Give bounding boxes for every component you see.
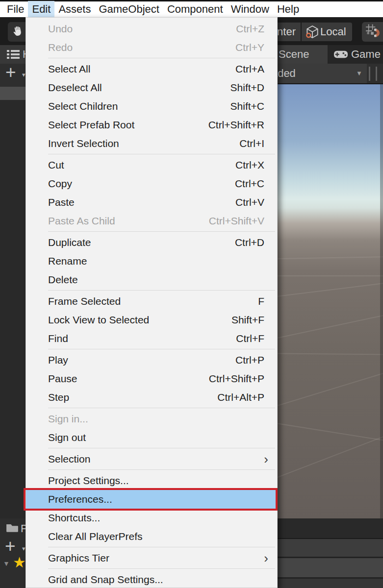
menu-item-shortcut: Ctrl+D (235, 237, 264, 248)
menu-item-shortcut: Ctrl+C (235, 178, 264, 190)
menu-separator (48, 448, 275, 448)
hierarchy-list-icon (7, 49, 21, 60)
menu-item-undo: UndoCtrl+Z (26, 20, 277, 38)
menu-item-label: Paste (48, 196, 75, 208)
menu-separator (48, 231, 275, 232)
menu-item-shortcut: Ctrl+P (235, 354, 264, 366)
menu-item-label: Delete (48, 274, 78, 286)
menu-item-label: Rename (48, 255, 87, 267)
hierarchy-header-row[interactable] (0, 87, 28, 100)
menu-item-shortcut: Ctrl+I (239, 138, 264, 149)
menu-item-label: Select Prefab Root (48, 119, 134, 131)
menu-item-label: Play (48, 354, 68, 366)
menu-item-duplicate[interactable]: DuplicateCtrl+D (26, 233, 277, 252)
menu-item-rename[interactable]: Rename (26, 252, 277, 270)
menu-item-label: Sign out (48, 432, 86, 443)
menu-item-shortcut: Ctrl+Alt+P (217, 392, 264, 403)
menu-item-selection[interactable]: Selection› (26, 450, 277, 468)
chevron-down-icon[interactable]: ▾ (22, 71, 26, 78)
menu-item-cut[interactable]: CutCtrl+X (26, 156, 277, 174)
scene-tab-label: Scene (279, 48, 309, 61)
menu-item-sign-in: Sign in... (26, 410, 277, 428)
menu-item-label: Graphics Tier (48, 552, 109, 564)
menu-item-label: Select Children (48, 100, 118, 112)
menu-item-copy[interactable]: CopyCtrl+C (26, 174, 277, 193)
menu-separator (48, 154, 275, 154)
menubar-item-gameobject[interactable]: GameObject (95, 1, 163, 18)
menu-separator (48, 469, 275, 470)
menu-item-sign-out[interactable]: Sign out (26, 428, 277, 447)
submenu-chevron-icon: › (264, 454, 268, 464)
menu-item-label: Selection (48, 453, 90, 465)
menu-item-shortcut: Ctrl+A (235, 63, 264, 75)
hierarchy-add-button[interactable]: + (5, 62, 16, 83)
menu-item-label: Duplicate (48, 237, 91, 248)
menu-item-label: Shortcuts... (48, 512, 100, 524)
menu-item-label: Cut (48, 159, 64, 171)
menubar-item-assets[interactable]: Assets (54, 1, 95, 18)
menu-item-shortcuts[interactable]: Shortcuts... (26, 509, 277, 527)
menu-separator (48, 58, 275, 58)
menu-item-paste[interactable]: PasteCtrl+V (26, 193, 277, 212)
menu-item-graphics-tier[interactable]: Graphics Tier› (26, 549, 277, 567)
menu-item-find[interactable]: FindCtrl+F (26, 329, 277, 348)
menu-item-clear-all-playerprefs[interactable]: Clear All PlayerPrefs (26, 527, 277, 546)
menu-item-label: Paste As Child (48, 215, 115, 227)
menu-item-project-settings[interactable]: Project Settings... (26, 471, 277, 490)
unity-editor-window: Center Local (0, 0, 383, 588)
menu-item-lock-view-to-selected[interactable]: Lock View to SelectedShift+F (26, 311, 277, 329)
menubar-item-help[interactable]: Help (273, 1, 303, 18)
menu-item-select-all[interactable]: Select AllCtrl+A (26, 60, 277, 78)
menu-item-label: Redo (48, 42, 73, 53)
menu-item-label: Copy (48, 178, 72, 190)
menu-item-shortcut: Ctrl+X (235, 159, 264, 171)
menu-item-pause[interactable]: PauseCtrl+Shift+P (26, 369, 277, 388)
menu-item-label: Step (48, 392, 69, 403)
menu-item-shortcut: Ctrl+Y (235, 42, 264, 53)
menu-item-shortcut: Ctrl+Shift+P (209, 373, 264, 385)
menu-item-play[interactable]: PlayCtrl+P (26, 351, 277, 369)
menu-item-redo: RedoCtrl+Y (26, 38, 277, 57)
gamepad-icon (333, 50, 348, 58)
menubar-item-window[interactable]: Window (227, 1, 273, 18)
menu-item-label: Find (48, 333, 68, 344)
hand-tool-icon (12, 24, 25, 39)
favorites-star-icon[interactable]: ★ (13, 554, 26, 571)
menu-item-delete[interactable]: Delete (26, 270, 277, 289)
local-cube-icon (305, 24, 320, 40)
chevron-down-icon[interactable]: ▼ (356, 70, 362, 77)
menu-item-label: Undo (48, 23, 73, 35)
menu-item-grid-and-snap-settings[interactable]: Grid and Snap Settings... (26, 570, 277, 588)
menu-item-invert-selection[interactable]: Invert SelectionCtrl+I (26, 134, 277, 153)
tab-game[interactable]: Game (329, 45, 383, 64)
grid-snapping-button[interactable] (362, 22, 383, 42)
menu-item-label: Project Settings... (48, 475, 129, 487)
menu-item-label: Deselect All (48, 82, 102, 94)
menu-item-frame-selected[interactable]: Frame SelectedF (26, 292, 277, 311)
menu-item-label: Invert Selection (48, 138, 119, 149)
project-panel: Project + ▾ ▼ ★ (0, 518, 28, 588)
menu-item-step[interactable]: StepCtrl+Alt+P (26, 388, 277, 407)
menu-item-shortcut: Shift+F (231, 314, 264, 326)
orientation-local-button[interactable]: Local (302, 23, 352, 41)
menu-item-label: Frame Selected (48, 295, 121, 307)
menu-item-label: Grid and Snap Settings... (48, 574, 163, 586)
panel-edge (380, 84, 383, 518)
menu-item-shortcut: Shift+D (230, 82, 264, 94)
menubar-item-file[interactable]: File (3, 1, 28, 18)
menubar-item-component[interactable]: Component (163, 1, 227, 18)
menu-item-label: Clear All PlayerPrefs (48, 531, 143, 542)
foldout-arrow-icon[interactable]: ▼ (3, 560, 10, 567)
menu-item-deselect-all[interactable]: Deselect AllShift+D (26, 78, 277, 97)
menu-item-label: Pause (48, 373, 77, 385)
toolbar-divider (369, 67, 370, 81)
menu-item-shortcut: Ctrl+Shift+R (208, 119, 264, 131)
menu-item-select-children[interactable]: Select ChildrenShift+C (26, 97, 277, 116)
scene-toolbar-toggles (367, 64, 383, 84)
chevron-down-icon[interactable]: ▾ (22, 545, 26, 552)
menu-item-select-prefab-root[interactable]: Select Prefab RootCtrl+Shift+R (26, 116, 277, 134)
menu-item-shortcut: Ctrl+V (235, 196, 264, 208)
annotation-highlight-box (24, 488, 278, 511)
orientation-local-label: Local (320, 25, 346, 38)
menubar-item-edit[interactable]: Edit (28, 1, 54, 18)
